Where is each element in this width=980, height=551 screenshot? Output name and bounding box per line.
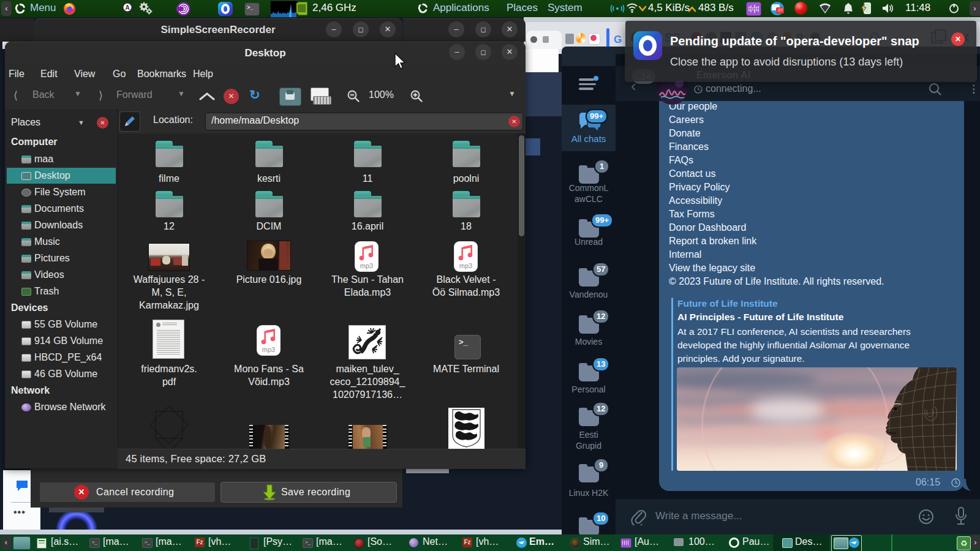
- svg-text:A: A: [125, 4, 129, 11]
